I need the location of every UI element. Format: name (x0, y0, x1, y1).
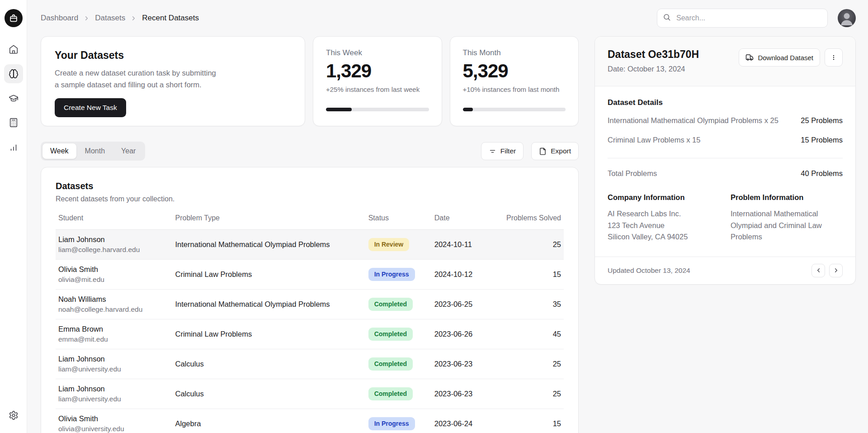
sidebar-item-learning[interactable] (4, 89, 23, 108)
create-new-task-button[interactable]: Create New Task (55, 98, 126, 117)
panel-actions: Download Dataset (739, 48, 843, 67)
table-row[interactable]: Liam Johnsonliam@university.edu Calculus… (56, 379, 564, 409)
date-cell: 2023-06-23 (432, 379, 500, 409)
status-badge: Completed (368, 298, 413, 310)
problems-solved-cell: 25 (500, 349, 564, 379)
info-grid: Company Information AI Research Labs Inc… (608, 193, 843, 243)
description-line: a sample dataset and filling out a short… (55, 79, 291, 90)
table-title: Datasets (56, 181, 564, 191)
pager (811, 264, 843, 277)
tab-year[interactable]: Year (113, 143, 143, 159)
detail-value: 25 Problems (801, 116, 843, 125)
tab-week[interactable]: Week (42, 143, 76, 159)
next-page-button[interactable] (829, 264, 843, 277)
cards-row: Your Datasets Create a new dataset curat… (41, 36, 579, 126)
status-badge: In Review (368, 238, 410, 251)
problem-information-title: Problem Information (731, 193, 843, 202)
settings-icon (9, 410, 19, 420)
filter-button[interactable]: Filter (481, 142, 524, 160)
table-row[interactable]: Noah Williamsnoah@college.harvard.edu In… (56, 290, 564, 319)
breadcrumb-item-current: Recent Datasets (142, 14, 199, 23)
status-badge: Completed (368, 387, 413, 400)
problem-type: Criminal Law Problems (173, 260, 366, 290)
dataset-title: Dataset Oe31b70H (608, 48, 699, 61)
student-name: Emma Brown (58, 325, 173, 333)
student-name: Liam Johnson (58, 235, 173, 244)
datasets-table: Student Problem Type Status Date Problem… (56, 214, 564, 433)
problem-type: International Mathematical Olympiad Prob… (173, 230, 366, 260)
stat-card-month: This Month 5,329 +10% instances from las… (450, 36, 579, 126)
more-options-button[interactable] (825, 48, 843, 67)
description-line: Create a new dataset curation task by su… (55, 67, 291, 79)
main-area: Dashboard Datasets Recent Datasets (27, 0, 868, 433)
progress-bar (326, 108, 429, 111)
company-information: Company Information AI Research Labs Inc… (608, 193, 720, 243)
sidebar-item-analytics[interactable] (4, 138, 23, 157)
problems-solved-cell: 25 (500, 230, 564, 260)
student-email: olivia@university.edu (58, 425, 173, 433)
chevron-left-icon (815, 267, 822, 274)
student-email: emma@mit.edu (58, 335, 173, 343)
dataset-detail-panel: Dataset Oe31b70H Date: October 13, 2024 … (594, 36, 856, 285)
problems-solved-cell: 15 (500, 409, 564, 433)
detail-label: International Mathematical Olympiad Prob… (608, 116, 778, 125)
stat-subtext: +10% instances from last month (463, 86, 566, 93)
date-cell: 2023-06-26 (432, 319, 500, 349)
chevron-right-icon (833, 267, 840, 274)
sidebar-item-home[interactable] (4, 40, 23, 59)
student-email: liam@university.edu (58, 365, 173, 373)
table-row[interactable]: Emma Brownemma@mit.edu Criminal Law Prob… (56, 319, 564, 349)
app-logo[interactable] (5, 9, 23, 27)
problem-type: Calculus (173, 349, 366, 379)
panel-header: Dataset Oe31b70H Date: October 13, 2024 … (595, 37, 855, 86)
student-email: liam@university.edu (58, 395, 173, 403)
breadcrumb-item-datasets[interactable]: Datasets (95, 14, 125, 23)
student-email: olivia@mit.edu (58, 276, 173, 284)
file-icon (539, 148, 547, 155)
column-header-status: Status (366, 214, 432, 230)
datasets-table-card: Datasets Recent datasets from your colle… (41, 167, 579, 433)
panel-body: Dataset Details International Mathematic… (595, 86, 855, 257)
stat-card-week: This Week 1,329 +25% instances from last… (313, 36, 442, 126)
sidebar (0, 0, 27, 433)
bar-chart-icon (9, 142, 19, 152)
company-name: AI Research Labs Inc. (608, 208, 720, 220)
stat-label: This Month (463, 48, 566, 57)
table-row[interactable]: Olivia Smitholivia@university.edu Algebr… (56, 409, 564, 433)
prev-page-button[interactable] (811, 264, 825, 277)
date-cell: 2023-06-25 (432, 290, 500, 319)
sidebar-item-calculator[interactable] (4, 113, 23, 132)
person-icon (838, 9, 856, 27)
column-header-date: Date (432, 214, 500, 230)
download-dataset-button[interactable]: Download Dataset (739, 48, 820, 67)
problem-information-text: International Mathematical Olympiad and … (731, 208, 843, 243)
sidebar-item-settings[interactable] (4, 406, 23, 425)
progress-fill (463, 108, 473, 111)
content: Your Datasets Create a new dataset curat… (27, 36, 868, 433)
problems-solved-cell: 25 (500, 379, 564, 409)
date-cell: 2024-10-11 (432, 230, 500, 260)
export-button[interactable]: Export (531, 142, 579, 160)
truck-icon (745, 53, 754, 62)
kebab-menu-icon (830, 53, 838, 62)
table-row[interactable]: Liam Johnsonliam@college.harvard.edu Int… (56, 230, 564, 260)
sidebar-nav (4, 40, 23, 157)
search-input[interactable] (657, 9, 828, 28)
tab-month[interactable]: Month (77, 143, 113, 159)
company-information-title: Company Information (608, 193, 720, 202)
topbar: Dashboard Datasets Recent Datasets (27, 0, 868, 36)
problem-information: Problem Information International Mathem… (731, 193, 843, 243)
table-row[interactable]: Olivia Smitholivia@mit.edu Criminal Law … (56, 260, 564, 290)
table-row[interactable]: Liam Johnsonliam@university.edu Calculus… (56, 349, 564, 379)
breadcrumb-item-dashboard[interactable]: Dashboard (41, 14, 78, 23)
filter-label: Filter (500, 147, 516, 155)
detail-row: International Mathematical Olympiad Prob… (608, 111, 843, 130)
student-name: Olivia Smith (58, 414, 173, 423)
problems-solved-cell: 35 (500, 290, 564, 319)
your-datasets-card: Your Datasets Create a new dataset curat… (41, 36, 305, 126)
status-badge: In Progress (368, 268, 415, 281)
sidebar-item-datasets[interactable] (4, 64, 23, 83)
status-badge: In Progress (368, 417, 415, 430)
user-avatar[interactable] (838, 9, 856, 27)
graduation-cap-icon (9, 93, 19, 103)
